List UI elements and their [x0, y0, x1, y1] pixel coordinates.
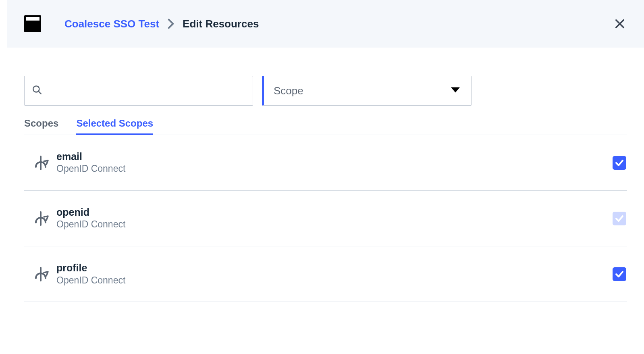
close-button[interactable]	[613, 17, 627, 31]
scope-name: openid	[56, 206, 613, 219]
header: Coalesce SSO Test Edit Resources	[7, 0, 644, 48]
scope-type-dropdown[interactable]: Scope	[262, 76, 472, 106]
scope-checkbox-openid	[613, 212, 626, 225]
chevron-right-icon	[167, 19, 175, 29]
scope-row-email: email OpenID Connect	[24, 135, 627, 191]
dropdown-label: Scope	[274, 85, 303, 97]
svg-line-1	[39, 92, 41, 94]
page-title: Edit Resources	[183, 18, 259, 30]
app-icon	[24, 15, 41, 32]
scope-checkbox-profile[interactable]	[613, 267, 626, 281]
search-input[interactable]	[46, 85, 245, 96]
scope-row-openid: openid OpenID Connect	[24, 191, 627, 246]
scope-name: profile	[56, 262, 613, 274]
openid-icon	[31, 154, 50, 172]
scope-list: email OpenID Connect openid O	[24, 135, 627, 302]
scope-provider: OpenID Connect	[56, 219, 613, 231]
tabs: Scopes Selected Scopes	[24, 118, 627, 135]
search-input-wrapper[interactable]	[24, 76, 253, 106]
tab-scopes[interactable]: Scopes	[24, 118, 58, 135]
breadcrumb: Coalesce SSO Test Edit Resources	[64, 18, 259, 30]
tab-selected-scopes[interactable]: Selected Scopes	[76, 118, 153, 135]
openid-icon	[31, 265, 50, 283]
controls-row: Scope	[24, 76, 627, 106]
scope-row-profile: profile OpenID Connect	[24, 246, 627, 302]
scope-provider: OpenID Connect	[56, 163, 613, 175]
scope-checkbox-email[interactable]	[613, 156, 626, 170]
scope-provider: OpenID Connect	[56, 275, 613, 287]
openid-icon	[31, 209, 50, 228]
search-icon	[32, 85, 42, 97]
scope-name: email	[56, 150, 613, 163]
chevron-down-icon	[451, 87, 460, 94]
breadcrumb-link[interactable]: Coalesce SSO Test	[64, 18, 159, 30]
